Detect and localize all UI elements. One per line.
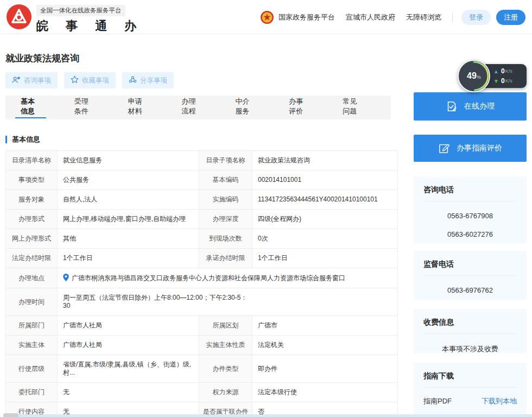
action-button-label: 咨询事项 (24, 76, 51, 85)
card-line: 0563-6027276 (423, 230, 517, 238)
field-label: 基本编码 (199, 170, 252, 190)
guide-evaluate-label: 办事指南评价 (457, 143, 502, 153)
footer-strip (16, 414, 532, 417)
download-speed-value: 0 (501, 77, 505, 85)
field-value: 就业政策法规咨询 (252, 151, 398, 170)
tab-0[interactable]: 基本信息 (15, 96, 46, 118)
table-row: 办理地点广德市桐汭东路与德昌路交叉口政务服务中心人力资源和社会保障局人力资源市场… (6, 268, 398, 288)
field-value: 网上办理,移动端办理,窗口办理,自助端办理 (58, 210, 199, 229)
sidebar-card-1: 监督电话0563-6976762 (414, 251, 527, 300)
download-speed-gauge[interactable]: ▲ 0 K/s ▼ 0 K/s 49% (458, 60, 527, 92)
tab-bar: 基本信息受理条件申请材料办理流程中介服务办事评价常见问题 (5, 96, 391, 119)
site-logo[interactable]: 全国一体化在线政务服务平台 皖 事 通 办 (7, 4, 143, 34)
national-emblem-icon (260, 10, 274, 24)
nav-link-accessibility[interactable]: 无障碍浏览 (406, 12, 441, 22)
guide-download-card: 指南下载 指南PDF 下载到本地 (414, 363, 527, 417)
site-name: 皖 事 通 办 (36, 18, 143, 34)
guide-pdf-label: 指南PDF (423, 396, 452, 406)
table-row: 法定办结时限1个工作日承诺办结时限1个工作日 (6, 249, 398, 268)
section-title: 基本信息 (12, 135, 40, 144)
table-row: 网上办理形式其他到现场次数0次 (6, 229, 398, 249)
field-label: 网上办理形式 (6, 229, 58, 249)
field-value: 广德市桐汭东路与德昌路交叉口政务服务中心人力资源和社会保障局人力资源市场综合服务… (58, 268, 398, 288)
card-title: 收费信息 (423, 318, 517, 334)
action-button-0[interactable]: 咨询事项 (5, 72, 58, 89)
table-row: 实施主体广德市人社局实施主体性质法定机关 (6, 336, 398, 355)
field-label: 办件类型 (199, 355, 252, 383)
gauge-circle: 49% (458, 60, 490, 92)
field-label: 所属区划 (199, 316, 252, 336)
field-label: 实施主体 (6, 336, 58, 355)
gauge-percent-unit: % (477, 74, 481, 80)
action-button-1[interactable]: 收藏事项 (64, 72, 116, 89)
register-button[interactable]: 注册 (496, 10, 525, 25)
field-label: 到现场次数 (199, 229, 252, 249)
table-row: 目录清单名称就业信息服务目录子项名称就业政策法规咨询 (6, 151, 398, 170)
platform-tag: 全国一体化在线政务服务平台 (36, 5, 125, 16)
field-label: 办理地点 (6, 268, 58, 288)
star-icon (71, 75, 82, 85)
login-button[interactable]: 登录 (461, 10, 491, 25)
field-value: 周一至周五（法定节假日除外）上午8:00—12:00；下午2:30-5：30 (58, 288, 398, 316)
table-row: 事项类型公共服务基本编码002014101001 (6, 170, 398, 190)
action-button-2[interactable]: 分享事项 (122, 72, 174, 89)
download-local-link[interactable]: 下载到本地 (482, 396, 517, 406)
field-value: 无 (58, 383, 199, 402)
action-button-row: 咨询事项收藏事项分享事项 (5, 72, 180, 89)
field-value: 0次 (252, 229, 398, 249)
nav-link-national-platform[interactable]: 国家政务服务平台 (278, 12, 335, 22)
field-label: 目录清单名称 (6, 151, 58, 170)
field-label: 行使层级 (6, 355, 58, 383)
field-value: 自然人,法人 (58, 190, 199, 210)
field-value: 即办件 (252, 355, 398, 383)
tab-4[interactable]: 中介服务 (230, 96, 261, 118)
field-label: 事项类型 (6, 170, 58, 190)
field-label: 目录子项名称 (199, 151, 252, 170)
table-row: 所属部门广德市人社局所属区划广德市 (6, 316, 398, 336)
table-row: 行使层级省级/直属,市级/隶属,县级,镇（乡、街道）级,村...办件类型即办件 (6, 355, 398, 383)
field-value: 广德市人社局 (58, 336, 199, 355)
field-value: 广德市 (252, 316, 398, 336)
section-header: 基本信息 (5, 135, 40, 144)
brand-logo-icon (7, 4, 31, 29)
field-value: 11341723563444561Y400201410100101 (252, 190, 398, 210)
basic-info-table: 目录清单名称就业信息服务目录子项名称就业政策法规咨询事项类型公共服务基本编码00… (5, 150, 398, 417)
tab-6[interactable]: 常见问题 (337, 96, 368, 118)
guide-evaluate-button[interactable]: 办事指南评价 (414, 135, 527, 162)
field-label: 法定办结时限 (6, 249, 58, 268)
field-label: 承诺办结时限 (199, 249, 252, 268)
field-label: 实施编码 (199, 190, 252, 210)
tab-1[interactable]: 受理条件 (69, 96, 100, 118)
scroll-corner (3, 413, 18, 417)
divider (452, 12, 453, 22)
online-apply-button[interactable]: 在线办理 (414, 92, 527, 121)
nav-link-city-gov[interactable]: 宣城市人民政府 (346, 12, 395, 22)
field-label: 办理深度 (199, 210, 252, 229)
consult-icon (12, 76, 24, 85)
table-row: 办理时间周一至周五（法定节假日除外）上午8:00—12:00；下午2:30-5：… (6, 288, 398, 316)
tab-5[interactable]: 办事评价 (283, 96, 314, 118)
card-title: 监督电话 (423, 260, 517, 276)
upload-speed-value: 0 (501, 67, 505, 75)
field-label: 办理形式 (6, 210, 58, 229)
upload-arrow-icon: ▲ (493, 68, 501, 74)
field-label: 实施主体性质 (199, 336, 252, 355)
evaluate-pencil-icon (438, 142, 450, 154)
field-value: 四级(全程网办) (252, 210, 398, 229)
online-apply-label: 在线办理 (464, 102, 495, 111)
gauge-percent-value: 49 (467, 71, 477, 80)
field-label: 服务对象 (6, 190, 58, 210)
card-line: 本事项不涉及收费 (423, 344, 517, 354)
field-value: 1个工作日 (252, 249, 398, 268)
tab-3[interactable]: 办理流程 (176, 96, 207, 118)
field-value: 广德市人社局 (58, 316, 199, 336)
field-label: 权力来源 (199, 383, 252, 402)
table-row: 服务对象自然人,法人实施编码11341723563444561Y40020141… (6, 190, 398, 210)
field-label: 委托部门 (6, 383, 58, 402)
location-pin-icon (63, 274, 69, 281)
upload-speed-unit: K/s (505, 68, 512, 74)
tab-2[interactable]: 申请材料 (123, 96, 154, 118)
card-line: 0563-6767908 (423, 212, 517, 220)
field-label: 所属部门 (6, 316, 58, 336)
download-arrow-icon: ▼ (493, 78, 501, 84)
